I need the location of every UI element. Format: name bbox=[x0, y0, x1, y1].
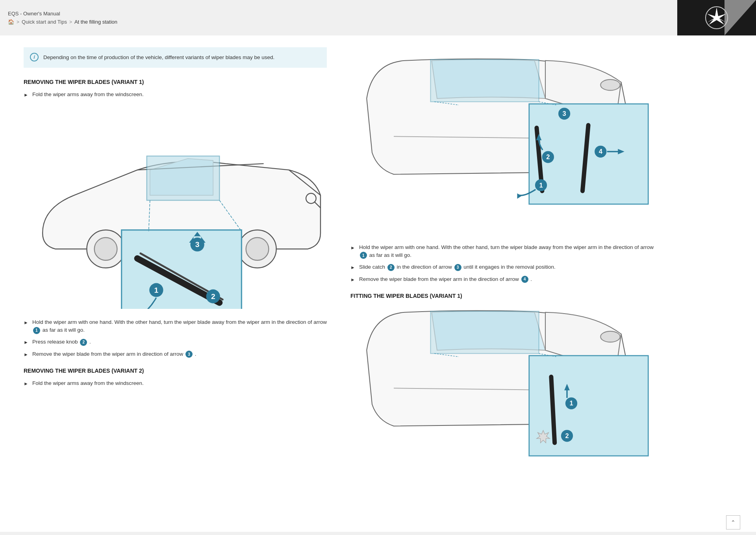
step3-text: Press release knob 2 . bbox=[32, 338, 327, 346]
arrow-icon-r1: ► bbox=[350, 244, 355, 251]
breadcrumb-step2: At the filling station bbox=[74, 19, 117, 25]
svg-text:1: 1 bbox=[154, 286, 159, 294]
main-content: i Depending on the time of production of… bbox=[0, 35, 756, 532]
arrow-icon: ► bbox=[24, 91, 28, 98]
svg-text:2: 2 bbox=[546, 153, 550, 160]
svg-text:2: 2 bbox=[565, 432, 569, 439]
page-title: EQS - Owner's Manual bbox=[8, 11, 669, 17]
svg-rect-44 bbox=[431, 311, 539, 353]
breadcrumb-step1[interactable]: Quick start and Tips bbox=[22, 19, 67, 25]
instruction-item: ► Fold the wiper arms away from the wind… bbox=[24, 91, 327, 98]
header-left: EQS - Owner's Manual 🏠 > Quick start and… bbox=[0, 6, 677, 30]
right-badge-2: 2 bbox=[387, 264, 395, 271]
svg-text:3: 3 bbox=[563, 110, 566, 117]
section2-heading: REMOVING THE WIPER BLADES (VARIANT 2) bbox=[24, 368, 327, 374]
right-badge-4: 4 bbox=[521, 276, 528, 283]
right-step3: ► Remove the wiper blade from the wiper … bbox=[350, 275, 654, 283]
diagram-svg-1: 1 2 3 bbox=[24, 107, 327, 309]
svg-text:1: 1 bbox=[539, 182, 543, 189]
right-step3-text: Remove the wiper blade from the wiper ar… bbox=[359, 275, 654, 283]
instruction-item-2: ► Hold the wiper arm with one hand. With… bbox=[24, 318, 327, 334]
two-column-layout: i Depending on the time of production of… bbox=[24, 47, 654, 484]
svg-marker-34 bbox=[517, 193, 522, 199]
svg-rect-26 bbox=[431, 59, 539, 102]
step1-text: Fold the wiper arms away from the windsc… bbox=[32, 91, 327, 98]
arrow-icon-2: ► bbox=[24, 319, 28, 326]
svg-point-9 bbox=[246, 238, 269, 260]
svg-text:4: 4 bbox=[599, 148, 603, 155]
instruction-item-4: ► Remove the wiper blade from the wiper … bbox=[24, 350, 327, 358]
svg-point-5 bbox=[715, 16, 718, 19]
arrow-icon-r2: ► bbox=[350, 264, 355, 271]
page-header: EQS - Owner's Manual 🏠 > Quick start and… bbox=[0, 0, 756, 35]
svg-text:2: 2 bbox=[211, 292, 215, 300]
diagram-variant2: 2 1 3 4 bbox=[350, 55, 654, 236]
right-badge-1: 1 bbox=[360, 252, 367, 259]
right-step2-text: Slide catch 2 in the direction of arrow … bbox=[359, 263, 654, 271]
scroll-icon bbox=[726, 531, 740, 535]
svg-point-43 bbox=[600, 331, 620, 342]
scroll-up-button[interactable]: ⌃ bbox=[726, 515, 740, 529]
right-step2: ► Slide catch 2 in the direction of arro… bbox=[350, 263, 654, 271]
breadcrumb: 🏠 > Quick start and Tips > At the fillin… bbox=[8, 19, 669, 25]
step4-text: Remove the wiper blade from the wiper ar… bbox=[32, 350, 327, 358]
mercedes-star-icon bbox=[705, 6, 728, 30]
instruction-item-3: ► Press release knob 2 . bbox=[24, 338, 327, 346]
section2-step1: ► Fold the wiper arms away from the wind… bbox=[24, 379, 327, 387]
svg-point-25 bbox=[600, 80, 620, 91]
arrow-icon-r3: ► bbox=[350, 276, 355, 283]
right-badge-2b: 3 bbox=[454, 264, 461, 271]
badge-2: 2 bbox=[80, 339, 87, 346]
arrow-icon-4: ► bbox=[24, 351, 28, 358]
badge-3: 3 bbox=[185, 351, 193, 358]
brand-logo bbox=[677, 0, 756, 35]
info-text: Depending on the time of production of t… bbox=[43, 54, 274, 60]
info-icon: i bbox=[30, 53, 39, 61]
badge-1: 1 bbox=[33, 327, 40, 334]
chevron-up-icon: ⌃ bbox=[731, 519, 736, 526]
breadcrumb-sep-2: > bbox=[69, 19, 72, 25]
diagram-svg-3: 1 2 bbox=[350, 307, 654, 475]
section1-heading: REMOVING THE WIPER BLADES (VARIANT 1) bbox=[24, 79, 327, 85]
page-footer: F296 0062 02 ⌃ bbox=[0, 532, 756, 535]
svg-text:1: 1 bbox=[569, 399, 573, 407]
svg-rect-12 bbox=[122, 230, 242, 309]
diagram-svg-2: 2 1 3 4 bbox=[350, 55, 654, 234]
right-step1-text: Hold the wiper arm with one hand. With t… bbox=[359, 243, 654, 260]
right-column: 2 1 3 4 bbox=[350, 47, 654, 484]
left-column: i Depending on the time of production of… bbox=[24, 47, 327, 484]
diagram-fitting: 1 2 bbox=[350, 307, 654, 476]
breadcrumb-sep-1: > bbox=[17, 19, 19, 25]
fitting-heading: FITTING THE WIPER BLADES (VARIANT 1) bbox=[350, 293, 654, 299]
section2-step1-text: Fold the wiper arms away from the windsc… bbox=[32, 379, 327, 387]
info-box: i Depending on the time of production of… bbox=[24, 47, 327, 68]
arrow-icon-5: ► bbox=[24, 380, 28, 387]
arrow-icon-3: ► bbox=[24, 339, 28, 346]
right-step1: ► Hold the wiper arm with one hand. With… bbox=[350, 243, 654, 260]
svg-point-8 bbox=[94, 238, 117, 260]
breadcrumb-home[interactable]: 🏠 bbox=[8, 19, 14, 25]
step2-text: Hold the wiper arm with one hand. With t… bbox=[32, 318, 327, 334]
svg-rect-11 bbox=[147, 156, 219, 200]
svg-rect-45 bbox=[529, 356, 649, 456]
svg-text:3: 3 bbox=[195, 240, 200, 249]
diagram-variant1: 1 2 3 bbox=[24, 107, 327, 310]
